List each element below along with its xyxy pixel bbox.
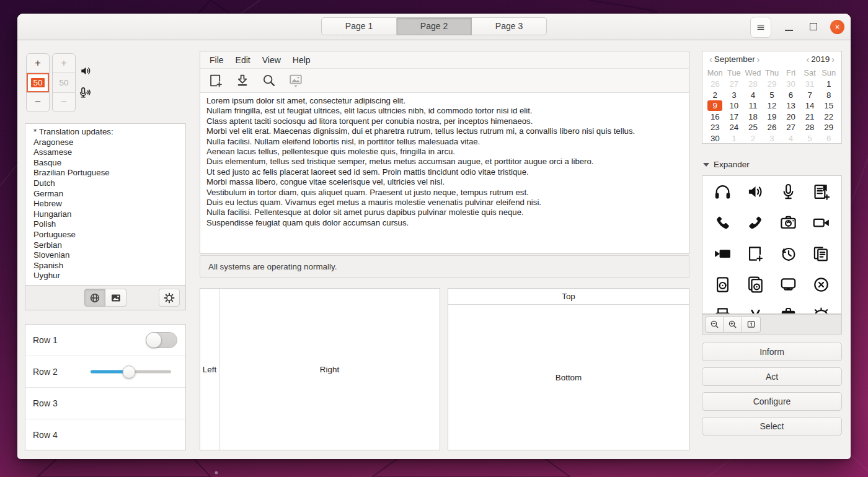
call-stop-icon[interactable] (746, 213, 765, 232)
spin-decrement-button[interactable]: − (27, 92, 49, 112)
tab-page-3[interactable]: Page 3 (472, 17, 547, 35)
list-row-row-4[interactable]: Row 4 (25, 419, 185, 450)
calendar-day[interactable]: 18 (745, 112, 760, 122)
calendar-day[interactable]: 7 (802, 90, 817, 100)
calendar-day[interactable]: 26 (707, 79, 722, 89)
minimize-button[interactable] (785, 30, 793, 31)
language-item[interactable]: Uyghur (33, 271, 183, 281)
text-view[interactable]: Lorem ipsum dolor sit amet, consectetur … (200, 93, 689, 253)
calendar-day[interactable]: 29 (764, 79, 779, 89)
hamburger-menu-button[interactable] (750, 17, 771, 38)
settings-button[interactable] (159, 289, 180, 307)
calendar-day[interactable]: 2 (745, 133, 760, 144)
calendar-day[interactable]: 25 (745, 122, 760, 133)
calendar-day[interactable]: 6 (822, 133, 836, 144)
calendar-day[interactable]: 1 (727, 133, 742, 144)
calendar-day[interactable]: 4 (784, 133, 799, 144)
calendar-day[interactable]: 5 (764, 90, 779, 100)
language-item[interactable]: * Translation updates: (33, 127, 183, 138)
calendar-day[interactable]: 11 (745, 100, 760, 111)
calendar-day[interactable]: 3 (727, 90, 742, 100)
act-button[interactable]: Act (702, 367, 842, 386)
calendar-day[interactable]: 27 (784, 122, 799, 133)
menu-help[interactable]: Help (293, 55, 311, 65)
calendar-day[interactable]: 3 (764, 133, 779, 144)
menu-file[interactable]: File (210, 55, 224, 65)
drive-harddisk-icon[interactable] (713, 275, 732, 294)
switch-knob[interactable] (146, 332, 162, 348)
calendar-day[interactable]: 13 (784, 100, 799, 111)
calendar-day[interactable]: 20 (784, 112, 799, 122)
camera-video-icon[interactable] (812, 213, 831, 232)
calendar-day[interactable]: 5 (802, 133, 817, 144)
calendar-day[interactable]: 1 (822, 79, 836, 89)
spin-entry[interactable]: 50 (27, 73, 49, 92)
calendar-selected-day[interactable]: 9 (707, 100, 722, 111)
titlebar[interactable]: Page 1Page 2Page 3 (17, 14, 851, 40)
close-button[interactable] (830, 20, 844, 34)
documents-icon[interactable] (812, 244, 831, 263)
language-item[interactable]: Hebrew (33, 199, 183, 209)
menu-view[interactable]: View (262, 55, 281, 65)
drive-multidisk-icon[interactable] (746, 275, 765, 294)
calendar-day[interactable]: 17 (727, 112, 742, 122)
zoom-in-button[interactable] (724, 317, 742, 333)
zoom-out-button[interactable] (705, 317, 724, 333)
slider[interactable] (91, 370, 171, 374)
language-item[interactable]: Basque (33, 158, 183, 168)
calendar-day[interactable]: 2 (707, 90, 722, 100)
calendar-day[interactable]: 27 (727, 79, 742, 89)
calendar-day[interactable]: 30 (707, 133, 722, 144)
toggle-switch[interactable] (146, 332, 177, 348)
language-item[interactable]: Assamese (33, 147, 183, 158)
stop-circle-icon[interactable] (812, 275, 831, 294)
calendar-day[interactable]: 22 (822, 112, 836, 122)
calendar-day[interactable]: 31 (802, 79, 817, 89)
language-item[interactable]: Polish (33, 219, 183, 230)
document-new-icon[interactable] (746, 244, 765, 263)
calendar-day[interactable]: 14 (802, 100, 817, 111)
go-down-icon[interactable] (746, 306, 765, 314)
list-row-row-1[interactable]: Row 1 (25, 325, 185, 356)
calendar-day[interactable]: 8 (822, 90, 836, 100)
language-item[interactable]: Spanish (33, 261, 183, 271)
calendar-day[interactable]: 24 (727, 122, 742, 133)
language-item[interactable]: Aragonese (33, 138, 183, 148)
language-item[interactable]: Brazilian Portuguese (33, 168, 183, 178)
video-record-icon[interactable] (713, 244, 732, 263)
calendar-day[interactable]: 30 (784, 79, 799, 89)
menu-edit[interactable]: Edit (236, 55, 250, 65)
globe-toggle-button[interactable] (84, 289, 105, 307)
briefcase-icon[interactable] (779, 306, 798, 314)
calendar-day[interactable]: 12 (764, 100, 779, 111)
language-item[interactable]: Portuguese (33, 230, 183, 240)
language-item[interactable]: Serbian (33, 240, 183, 251)
expander-header[interactable]: Expander (703, 160, 750, 169)
maximize-button[interactable] (810, 23, 817, 30)
inform-button[interactable]: Inform (702, 343, 842, 361)
select-button[interactable]: Select (702, 417, 842, 435)
calendar-day[interactable]: 19 (764, 112, 779, 122)
slider-handle[interactable] (123, 365, 136, 379)
calendar-day[interactable]: 4 (745, 90, 760, 100)
icon-view[interactable] (702, 175, 842, 314)
calendar-day[interactable]: 23 (707, 122, 722, 133)
language-item[interactable]: Slovenian (33, 250, 183, 261)
calendar-day[interactable]: 10 (727, 100, 742, 111)
address-book-new-icon[interactable] (812, 182, 831, 201)
calendar-day[interactable]: 16 (707, 112, 722, 122)
tab-page-1[interactable]: Page 1 (321, 17, 397, 35)
language-item[interactable]: Dutch (33, 178, 183, 189)
alarm-icon[interactable] (812, 306, 831, 314)
document-open-recent-icon[interactable] (779, 244, 798, 263)
configure-button[interactable]: Configure (702, 392, 842, 411)
language-list[interactable]: * Translation updates:AragoneseAssameseB… (25, 123, 186, 286)
image-small-toggle-button[interactable] (105, 289, 126, 307)
save-toolbar-button[interactable] (234, 72, 250, 89)
zoom-original-button[interactable] (742, 317, 761, 333)
calendar-day[interactable]: 6 (784, 90, 799, 100)
printer-icon[interactable] (713, 306, 732, 314)
search-toolbar-button[interactable] (261, 72, 277, 89)
call-start-icon[interactable] (713, 213, 732, 232)
list-row-row-2[interactable]: Row 2 (25, 356, 185, 388)
